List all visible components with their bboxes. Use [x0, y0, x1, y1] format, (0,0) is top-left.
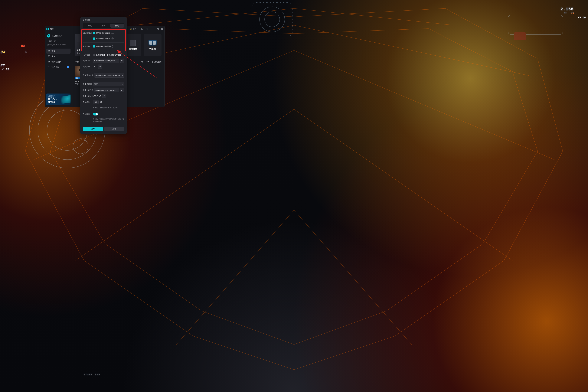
sidebar: X 点击登录账户 ♪ 抖音主页 开通会员得 100GB 云空间 首页 [45, 32, 72, 107]
cloud-icon [48, 60, 50, 63]
render-size-label: 渲染文件大小 [83, 95, 94, 98]
gpu-ui-checkbox[interactable]: ✓ [93, 46, 95, 48]
settings-tabs: 草稿 编辑 性能 [83, 23, 124, 28]
auto-clean-unit: GB [100, 101, 102, 103]
douyin-link[interactable]: ♪ 抖音主页 [46, 40, 70, 43]
tile-script[interactable]: 创作脚本 [124, 34, 141, 56]
auto-clean-hint: 超出后，将自动删除较早渲染文件 [93, 106, 118, 109]
svg-point-3 [73, 139, 88, 140]
proxy-clear-button[interactable] [98, 64, 102, 69]
settings-title: 全局设置 [80, 17, 127, 23]
hw-decode-checkbox[interactable]: ✓ [93, 38, 95, 40]
close-button[interactable] [161, 28, 163, 30]
tab-draft[interactable]: 草稿 [83, 24, 97, 28]
audio-out-select[interactable]: Headphones (Colorfire Solaris w)... ▾ [94, 73, 124, 78]
recent-delete-link[interactable]: 最近删除 [152, 61, 162, 63]
login-label: 点击登录账户 [52, 35, 62, 37]
chevron-down-icon: ▾ [122, 74, 123, 76]
audio-out-label: 音频输出设备 [83, 74, 94, 77]
svg-rect-10 [157, 28, 158, 30]
info-icon[interactable]: ? [112, 46, 114, 48]
music-note-icon: ♪ [47, 40, 48, 42]
sort-button[interactable] [146, 60, 150, 64]
proxy-loc-browse-button[interactable] [120, 58, 124, 63]
proxy-size-value: 0B [93, 66, 97, 68]
auto-clean-label: 自动清理 [83, 101, 92, 104]
svg-rect-14 [148, 61, 148, 62]
proxy-size-label: 代理大小 [83, 66, 92, 68]
settings-icon[interactable] [146, 28, 148, 30]
proxy-mode-radio[interactable] [93, 54, 95, 56]
render-clear-button[interactable] [102, 94, 106, 98]
info-icon[interactable]: ? [111, 38, 114, 40]
nav-cloud-label: 我的云空间 [52, 60, 61, 63]
app-name: 剪映 [50, 28, 54, 30]
tab-performance[interactable]: 性能 [110, 24, 124, 28]
tile-together-label: 一起拍 [150, 47, 156, 50]
nav-templates-label: 模板 [52, 55, 56, 58]
tile-together[interactable]: 一起拍 [144, 34, 162, 56]
minimize-button[interactable] [152, 28, 154, 30]
nav-home[interactable]: 首页 [46, 48, 70, 54]
drafts-title: 草稿 [75, 60, 79, 63]
render-loc-browse-button[interactable] [120, 88, 124, 92]
nav-home-label: 首页 [52, 50, 56, 52]
search-button[interactable] [140, 60, 144, 64]
highlight-box: 编解码设置 ✓ 启用硬件加速编码 ? ✓ 启用硬件加速解码 ? [81, 29, 126, 51]
titlebar-divider [139, 28, 139, 30]
render-size-value: 59.72MB [94, 95, 101, 97]
svg-point-12 [141, 61, 142, 62]
nav-events-label: 热门活动 [52, 66, 59, 68]
hw-encode-checkbox[interactable]: ✓ [93, 32, 95, 34]
audio-out-value: Headphones (Colorfire Solaris w)... [96, 74, 121, 76]
together-thumb-icon [148, 40, 156, 46]
nav-templates[interactable]: 模板 [46, 54, 70, 59]
tutorial-link[interactable]: 🎓 教程 [130, 28, 136, 30]
proxy-mode-label: 代理模式 [83, 54, 92, 56]
auto-render-hint: 开启后，将自动对时间线内容进行渲染，提升剪辑流畅度 [93, 118, 124, 123]
app-logo-icon: X [46, 28, 49, 30]
render-res-value: 720P [94, 83, 98, 85]
grad-cap-icon: 🎓 [130, 28, 132, 30]
events-badge: 1 [67, 66, 69, 68]
feedback-icon[interactable] [141, 28, 144, 30]
nav-events[interactable]: 热门活动 1 [46, 65, 70, 70]
tab-edit[interactable]: 编辑 [97, 24, 110, 28]
settings-footer: 保存 取消 [80, 125, 127, 134]
render-res-select[interactable]: 720P ▾ [93, 82, 124, 86]
promo-card[interactable]: ⊙ 深度学习 新手入门 百宝箱 [46, 94, 70, 105]
svg-point-9 [146, 29, 147, 29]
app-brand: X 剪映 [46, 28, 54, 30]
hw-decode-label: 启用硬件加速解码 [96, 37, 110, 40]
render-loc-input[interactable]: C:\Users\hchu...che\prerender [94, 88, 119, 92]
save-button[interactable]: 保存 [83, 127, 103, 131]
nav-cloud[interactable]: 我的云空间 [46, 59, 70, 64]
maximize-button[interactable] [157, 28, 159, 30]
titlebar-divider-2 [150, 28, 150, 30]
settings-modal: 全局设置 草稿 编辑 性能 编解码设置 ✓ 启用硬件加速编码 ? ✓ [80, 17, 127, 134]
hw-encode-label: 启用硬件加速编码 [96, 32, 110, 34]
script-icon [130, 40, 136, 46]
avatar-icon: X [47, 34, 50, 38]
home-icon [48, 50, 50, 52]
info-icon[interactable]: ? [111, 32, 114, 34]
tutorial-label: 教程 [133, 28, 136, 30]
hud-75: / 75 [2, 68, 10, 71]
gpu-ui-label: 启用GPU绘制界面 [96, 45, 111, 48]
vip-note[interactable]: 开通会员得 100GB 云空间 [46, 43, 70, 46]
svg-rect-11 [48, 56, 50, 57]
cancel-button[interactable]: 取消 [104, 127, 124, 131]
render-res-label: 渲染分辨率 [83, 83, 92, 86]
douyin-label: 抖音主页 [49, 40, 56, 42]
proxy-loc-input[interactable]: C:\Users\hch...\agencycache [93, 58, 119, 63]
ui-render-label: 界面绘制 [83, 45, 92, 48]
template-icon [48, 55, 50, 58]
flag-icon [48, 66, 50, 68]
auto-render-label: 自动渲染 [83, 113, 92, 116]
auto-clean-value[interactable]: 10 [93, 100, 98, 104]
proxy-mode-text: 新建草稿时，默认开启代理模式 [96, 54, 121, 56]
auto-render-toggle[interactable] [93, 113, 98, 116]
codec-label: 编解码设置 [83, 32, 92, 34]
login-row[interactable]: X 点击登录账户 [46, 34, 70, 38]
render-loc-label: 渲染文件位置 [83, 89, 94, 92]
